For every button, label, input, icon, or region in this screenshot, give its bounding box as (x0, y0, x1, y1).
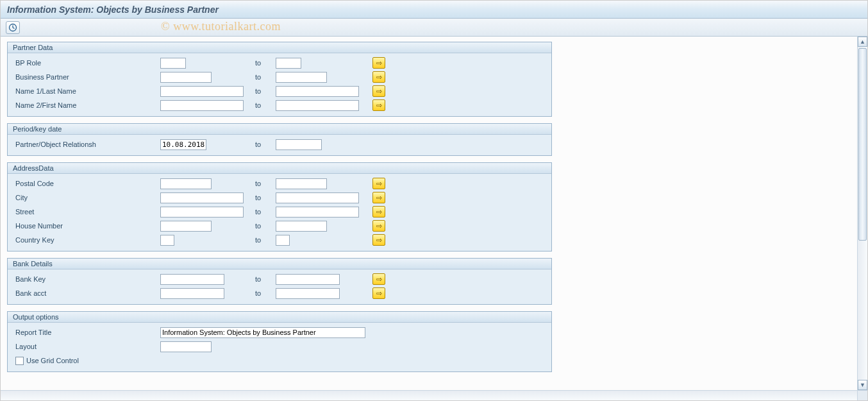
postal-code-from[interactable] (160, 178, 212, 189)
to-label: to (250, 180, 276, 187)
bank-acct-multiple-icon[interactable]: ⇨ (372, 287, 385, 299)
app-frame: Information System: Objects by Business … (0, 0, 868, 401)
postal-code-multiple-icon[interactable]: ⇨ (372, 178, 385, 189)
street-to[interactable] (276, 207, 359, 218)
name2-to[interactable] (276, 100, 359, 111)
bank-key-multiple-icon[interactable]: ⇨ (372, 273, 385, 285)
to-label: to (250, 101, 276, 109)
group-title-address: AddressData (8, 163, 551, 174)
to-label: to (250, 141, 276, 148)
label-name1: Name 1/Last Name (13, 87, 160, 95)
group-output: Output options Report Title Layout Use G… (7, 311, 552, 372)
name1-from[interactable] (160, 86, 244, 97)
postal-code-to[interactable] (276, 178, 327, 189)
name1-to[interactable] (276, 86, 359, 97)
horizontal-scrollbar[interactable] (1, 390, 857, 400)
to-label: to (250, 222, 276, 230)
label-bp-role: BP Role (13, 59, 160, 67)
street-from[interactable] (160, 207, 244, 218)
to-label: to (250, 73, 276, 81)
label-layout: Layout (13, 343, 160, 350)
label-bank-acct: Bank acct (13, 289, 160, 297)
label-country-key: Country Key (13, 236, 160, 244)
label-bank-key: Bank Key (13, 275, 160, 283)
bank-acct-to[interactable] (276, 288, 340, 299)
clock-icon (8, 23, 17, 32)
country-key-to[interactable] (276, 235, 290, 246)
label-street: Street (13, 208, 160, 216)
city-multiple-icon[interactable]: ⇨ (372, 192, 385, 203)
bp-role-multiple-icon[interactable]: ⇨ (372, 57, 385, 69)
name2-from[interactable] (160, 100, 244, 111)
name1-multiple-icon[interactable]: ⇨ (372, 85, 385, 97)
house-number-multiple-icon[interactable]: ⇨ (372, 220, 385, 232)
report-title-input[interactable] (160, 327, 365, 338)
business-partner-multiple-icon[interactable]: ⇨ (372, 71, 385, 83)
name2-multiple-icon[interactable]: ⇨ (372, 99, 385, 111)
city-to[interactable] (276, 192, 359, 203)
to-label: to (250, 87, 276, 95)
label-partner-object-rel: Partner/Object Relationsh (13, 141, 160, 148)
business-partner-to[interactable] (276, 72, 327, 83)
group-period: Period/key date Partner/Object Relations… (7, 123, 552, 156)
application-toolbar: © www.tutorialkart.com (1, 19, 867, 37)
label-city: City (13, 194, 160, 201)
content-wrapper: Partner Data BP Role to ⇨ Business Partn… (1, 37, 867, 400)
scroll-corner (857, 390, 867, 400)
bank-key-to[interactable] (276, 274, 340, 285)
watermark-text: © www.tutorialkart.com (161, 20, 281, 33)
street-multiple-icon[interactable]: ⇨ (372, 206, 385, 218)
group-address: AddressData Postal Code to ⇨ City to (7, 162, 552, 252)
label-business-partner: Business Partner (13, 73, 160, 81)
bank-key-from[interactable] (160, 274, 224, 285)
country-key-from[interactable] (160, 235, 174, 246)
label-name2: Name 2/First Name (13, 101, 160, 109)
scroll-thumb[interactable] (858, 48, 867, 241)
bp-role-to[interactable] (276, 58, 301, 69)
vertical-scrollbar[interactable]: ▲ ▼ (857, 37, 867, 400)
window-title: Information System: Objects by Business … (7, 4, 219, 15)
title-bar: Information System: Objects by Business … (1, 1, 867, 19)
label-house-number: House Number (13, 222, 160, 230)
group-bank: Bank Details Bank Key to ⇨ Bank acct to (7, 258, 552, 305)
group-title-bank: Bank Details (8, 259, 551, 269)
scroll-down-icon[interactable]: ▼ (858, 380, 867, 390)
layout-input[interactable] (160, 341, 212, 352)
group-title-period: Period/key date (8, 124, 551, 135)
to-label: to (250, 194, 276, 201)
partner-object-rel-from[interactable] (160, 139, 206, 150)
selection-screen: Partner Data BP Role to ⇨ Business Partn… (1, 37, 857, 400)
execute-button[interactable] (6, 21, 20, 34)
group-title-output: Output options (8, 312, 551, 323)
group-title-partner-data: Partner Data (8, 42, 551, 53)
label-use-grid: Use Grid Control (26, 357, 79, 364)
business-partner-from[interactable] (160, 72, 212, 83)
to-label: to (250, 289, 276, 297)
city-from[interactable] (160, 192, 244, 203)
bp-role-from[interactable] (160, 58, 186, 69)
svg-line-2 (13, 28, 15, 29)
use-grid-checkbox[interactable] (15, 357, 24, 365)
to-label: to (250, 59, 276, 67)
country-key-multiple-icon[interactable]: ⇨ (372, 234, 385, 246)
group-partner-data: Partner Data BP Role to ⇨ Business Partn… (7, 42, 552, 117)
label-report-title: Report Title (13, 328, 160, 336)
label-postal-code: Postal Code (13, 180, 160, 187)
to-label: to (250, 275, 276, 283)
bank-acct-from[interactable] (160, 288, 224, 299)
scroll-up-icon[interactable]: ▲ (858, 37, 867, 47)
to-label: to (250, 208, 276, 216)
to-label: to (250, 236, 276, 244)
house-number-to[interactable] (276, 221, 327, 232)
partner-object-rel-to[interactable] (276, 139, 322, 150)
house-number-from[interactable] (160, 221, 212, 232)
